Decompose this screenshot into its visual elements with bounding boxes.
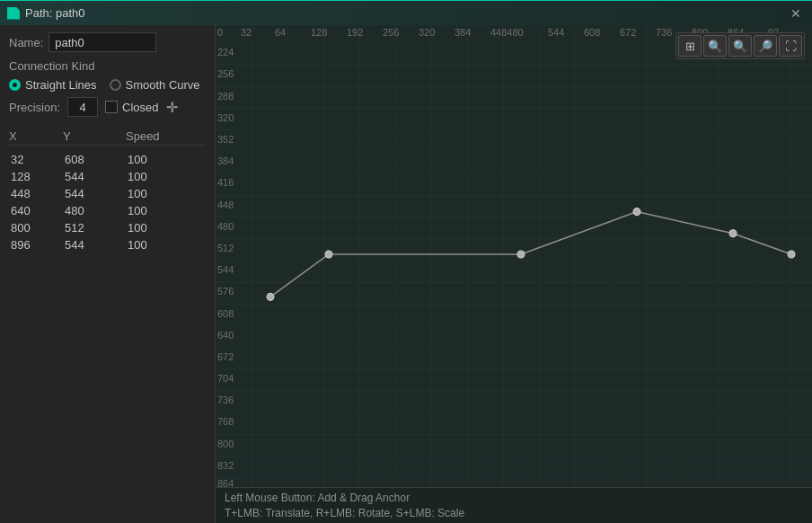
canvas-svg: 0 32 64 128 192 256 320 384 448480 544 6… <box>216 25 812 487</box>
svg-text:544: 544 <box>548 27 564 38</box>
radio-straight-lines[interactable]: Straight Lines <box>9 78 97 92</box>
cell-speed-3: 100 <box>126 203 198 218</box>
svg-text:192: 192 <box>347 27 363 38</box>
svg-text:224: 224 <box>217 47 234 58</box>
cell-x-3: 640 <box>9 203 63 218</box>
zoom-out-button[interactable]: 🔍 <box>703 35 727 57</box>
table-row[interactable]: 32608100 <box>9 151 206 168</box>
anchor-5 <box>788 251 795 258</box>
canvas-toolbar: ⊞ 🔍 🔍 🔎 ⛶ <box>675 32 805 59</box>
left-panel: Name: Connection Kind Straight Lines Smo… <box>0 25 216 523</box>
name-row: Name: <box>9 32 206 52</box>
col-header-y: Y <box>63 129 126 143</box>
svg-text:864: 864 <box>217 478 234 487</box>
zoom-100-button[interactable]: 🔎 <box>754 35 777 57</box>
svg-text:672: 672 <box>620 27 636 38</box>
col-header-x: X <box>9 129 63 143</box>
svg-text:672: 672 <box>217 351 234 362</box>
cell-x-1: 128 <box>9 169 63 184</box>
title-bar-left: Path: path0 <box>7 6 85 20</box>
fit-view-button[interactable]: ⛶ <box>779 35 802 57</box>
main-layout: Name: Connection Kind Straight Lines Smo… <box>0 25 812 523</box>
svg-text:736: 736 <box>656 27 672 38</box>
table-row[interactable]: 896544100 <box>9 236 206 253</box>
svg-text:320: 320 <box>419 27 435 38</box>
svg-text:256: 256 <box>217 68 234 79</box>
table-row[interactable]: 448544100 <box>9 185 206 202</box>
svg-text:640: 640 <box>217 330 234 341</box>
svg-text:512: 512 <box>217 243 234 253</box>
table-row[interactable]: 800512100 <box>9 219 206 236</box>
svg-text:384: 384 <box>455 27 471 38</box>
anchor-4 <box>729 230 737 237</box>
svg-text:608: 608 <box>584 27 600 38</box>
col-header-speed: Speed <box>126 129 198 143</box>
radio-straight-label: Straight Lines <box>25 78 97 92</box>
radio-smooth-curve[interactable]: Smooth Curve <box>110 78 200 92</box>
svg-text:32: 32 <box>241 27 252 38</box>
cell-y-2: 544 <box>63 186 126 201</box>
svg-text:576: 576 <box>217 286 234 297</box>
anchor-3 <box>633 208 640 216</box>
table-row[interactable]: 640480100 <box>9 202 206 219</box>
radio-straight-indicator <box>9 79 21 91</box>
name-input[interactable] <box>49 32 156 52</box>
status-line-1: Left Mouse Button: Add & Drag Anchor <box>225 491 803 506</box>
cell-x-0: 32 <box>9 152 63 167</box>
grid-container[interactable]: 0 32 64 128 192 256 320 384 448480 544 6… <box>216 25 812 487</box>
precision-row: Precision: Closed ✛ <box>9 97 206 117</box>
status-bar: Left Mouse Button: Add & Drag Anchor T+L… <box>216 487 812 523</box>
svg-text:320: 320 <box>217 112 234 123</box>
svg-text:384: 384 <box>217 155 234 166</box>
close-button[interactable]: ✕ <box>787 4 805 22</box>
cell-x-2: 448 <box>9 186 63 201</box>
svg-text:448: 448 <box>217 199 234 210</box>
cell-speed-1: 100 <box>126 169 198 184</box>
table-header: X Y Speed <box>9 126 206 146</box>
cell-x-4: 800 <box>9 220 63 235</box>
cell-y-5: 544 <box>63 237 126 253</box>
svg-text:128: 128 <box>311 27 327 38</box>
radio-smooth-label: Smooth Curve <box>126 78 200 92</box>
canvas-area: 0 32 64 128 192 256 320 384 448480 544 6… <box>216 25 812 523</box>
svg-text:352: 352 <box>217 134 234 145</box>
cell-x-5: 896 <box>9 237 63 253</box>
name-label: Name: <box>9 36 43 49</box>
svg-text:0: 0 <box>217 27 223 38</box>
svg-text:768: 768 <box>217 416 234 427</box>
svg-text:416: 416 <box>217 177 234 188</box>
precision-label: Precision: <box>9 101 60 114</box>
move-icon[interactable]: ✛ <box>166 99 178 116</box>
svg-text:704: 704 <box>217 373 234 384</box>
closed-checkbox[interactable] <box>105 101 118 113</box>
cell-speed-2: 100 <box>126 186 198 201</box>
precision-input[interactable] <box>67 97 98 117</box>
cell-speed-5: 100 <box>126 237 198 253</box>
svg-text:64: 64 <box>275 27 286 38</box>
connection-kind-label: Connection Kind <box>9 59 206 73</box>
svg-text:480: 480 <box>217 221 234 232</box>
svg-text:608: 608 <box>217 307 234 318</box>
svg-text:256: 256 <box>383 27 399 38</box>
svg-text:832: 832 <box>217 460 234 471</box>
svg-text:544: 544 <box>217 264 234 275</box>
closed-label: Closed <box>122 101 158 114</box>
title-bar: Path: path0 ✕ <box>0 0 812 25</box>
table-row[interactable]: 128544100 <box>9 168 206 185</box>
grid-toggle-button[interactable]: ⊞ <box>678 35 702 57</box>
cell-y-1: 544 <box>63 169 126 184</box>
cell-speed-0: 100 <box>126 152 198 167</box>
svg-text:800: 800 <box>217 439 234 449</box>
status-line-2: T+LMB: Translate, R+LMB: Rotate, S+LMB: … <box>225 506 803 521</box>
svg-text:736: 736 <box>217 394 234 405</box>
anchor-1 <box>325 251 332 258</box>
cell-y-4: 512 <box>63 220 126 235</box>
radio-smooth-indicator <box>110 79 121 91</box>
zoom-in-button[interactable]: 🔍 <box>728 35 752 57</box>
svg-text:448480: 448480 <box>490 27 524 38</box>
svg-rect-0 <box>216 25 812 487</box>
closed-checkbox-item[interactable]: Closed <box>105 101 158 114</box>
window-title: Path: path0 <box>25 6 85 20</box>
cell-y-3: 480 <box>63 203 126 218</box>
connection-kind-group: Straight Lines Smooth Curve <box>9 78 206 92</box>
